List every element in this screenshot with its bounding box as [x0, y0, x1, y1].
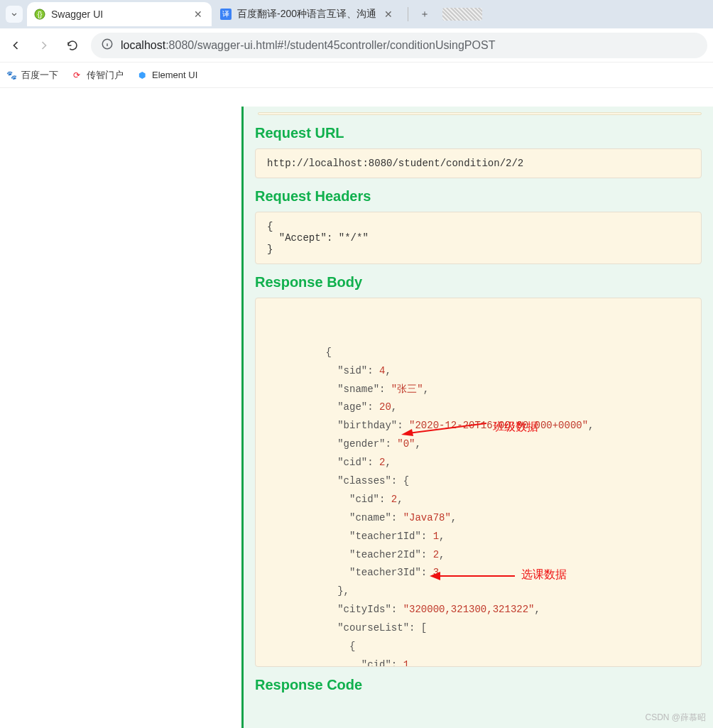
bookmark-baidu[interactable]: 🐾 百度一下 — [6, 69, 58, 82]
request-url-block[interactable]: http://localhost:8080/student/condition/… — [255, 148, 702, 178]
element-icon: ⬢ — [136, 70, 148, 81]
watermark: CSDN @薛慕昭 — [645, 712, 706, 724]
browser-tab-swagger[interactable]: {} Swagger UI ✕ — [27, 2, 212, 26]
response-body-block[interactable]: { "sid": 4, "sname": "张三", "age": 20, "b… — [255, 298, 702, 667]
response-code-heading: Response Code — [255, 677, 713, 693]
browser-tab-baidu[interactable]: 译 百度翻译-200种语言互译、沟通 ✕ — [213, 2, 402, 26]
chuanzhi-icon: ⟳ — [71, 70, 82, 81]
blurred-logo — [442, 8, 482, 21]
response-body-heading: Response Body — [255, 274, 713, 290]
request-headers-block[interactable]: { "Accept": "*/*" } — [255, 212, 702, 264]
request-headers-heading: Request Headers — [255, 188, 713, 205]
bookmark-chuanzhi[interactable]: ⟳ 传智门户 — [71, 69, 124, 82]
browser-toolbar: localhost:8080/swagger-ui.html#!/student… — [0, 28, 713, 63]
bookmark-label: 百度一下 — [21, 69, 58, 82]
prev-block-bottom — [258, 112, 702, 115]
bookmarks-bar: 🐾 百度一下 ⟳ 传智门户 ⬢ Element UI — [0, 63, 713, 88]
close-icon[interactable]: ✕ — [382, 8, 395, 21]
baidu-icon: 🐾 — [6, 70, 17, 81]
reload-button[interactable] — [62, 36, 82, 55]
close-icon[interactable]: ✕ — [192, 8, 205, 21]
tab-dropdown-button[interactable] — [6, 6, 23, 23]
browser-tab-bar: {} Swagger UI ✕ 译 百度翻译-200种语言互译、沟通 ✕ ＋ — [0, 0, 713, 28]
swagger-favicon-icon: {} — [34, 9, 45, 20]
site-info-icon[interactable] — [101, 38, 114, 53]
new-tab-button[interactable]: ＋ — [414, 4, 435, 25]
bookmark-label: 传智门户 — [87, 69, 124, 82]
svg-text:{}: {} — [38, 11, 43, 18]
bookmark-label: Element UI — [152, 70, 197, 80]
address-bar[interactable]: localhost:8080/swagger-ui.html#!/student… — [91, 33, 707, 58]
bookmark-element[interactable]: ⬢ Element UI — [136, 70, 197, 81]
baidu-favicon-icon: 译 — [220, 9, 232, 20]
tab-title: 百度翻译-200种语言互译、沟通 — [237, 8, 376, 21]
request-url-heading: Request URL — [255, 125, 713, 141]
tab-separator — [408, 7, 408, 21]
swagger-panel: Request URL http://localhost:8080/studen… — [241, 107, 713, 728]
tab-title: Swagger UI — [51, 9, 186, 20]
forward-button[interactable] — [34, 36, 54, 55]
url-text: localhost:8080/swagger-ui.html#!/student… — [121, 39, 495, 52]
back-button[interactable] — [6, 36, 26, 55]
